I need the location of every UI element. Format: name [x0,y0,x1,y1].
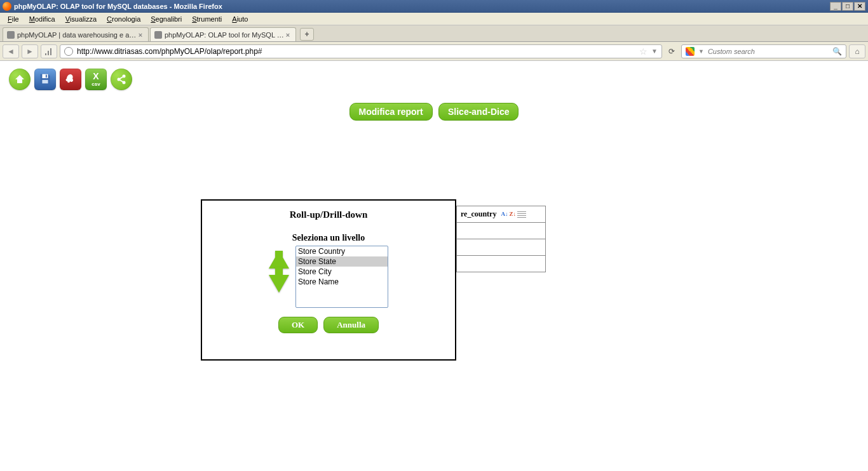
home-button[interactable]: ⌂ [849,44,865,58]
save-icon[interactable] [34,69,56,90]
menu-edit[interactable]: Modifica [24,15,60,23]
column-header[interactable]: re_country A↓ Z↓ [457,206,546,223]
address-bar[interactable]: ☆ ▼ [60,44,662,58]
svg-line-10 [120,80,123,82]
dialog-subtitle: Seleziona un livello [215,233,442,243]
url-input[interactable] [77,47,635,56]
svg-line-9 [120,77,123,79]
svg-rect-1 [48,51,49,55]
tab-favicon [7,31,15,39]
search-icon[interactable]: 🔍 [832,47,842,56]
svg-rect-0 [45,53,46,55]
sort-options-icon[interactable] [517,211,526,218]
svg-rect-2 [50,48,51,55]
browser-tab[interactable]: phpMyOLAP: OLAP tool for MySQL datab... … [150,27,296,41]
export-excel-icon[interactable]: Xcsv [85,69,107,90]
rollup-arrow-icon[interactable] [269,251,289,269]
export-pdf-icon[interactable] [60,69,81,90]
bookmark-star-icon[interactable]: ☆ [639,46,648,56]
svg-rect-3 [42,74,48,78]
site-identity-icon[interactable] [64,47,73,56]
window-maximize-button[interactable]: □ [842,2,853,11]
level-option[interactable]: Store City [296,267,388,277]
dialog-title: Roll-up/Drill-down [215,209,442,220]
modify-report-button[interactable]: Modifica report [349,103,433,121]
forward-button[interactable]: ► [22,44,38,58]
new-tab-button[interactable]: + [300,28,314,41]
menu-tools[interactable]: Strumenti [187,15,227,23]
menu-history[interactable]: Cronologia [102,15,146,23]
svg-rect-4 [46,75,47,78]
table-cell [457,223,546,239]
menu-file[interactable]: File [3,15,24,23]
sidebar-button[interactable] [41,44,57,58]
table-cell [457,256,546,272]
tab-close-button[interactable]: × [284,31,292,39]
firefox-icon [3,2,11,11]
window-title: phpMyOLAP: OLAP tool for MySQL databases… [14,3,222,10]
export-toolbar: Xcsv [9,69,862,90]
home-icon[interactable] [9,69,31,90]
level-option[interactable]: Store Name [296,277,388,287]
report-table: re_country A↓ Z↓ [456,206,546,272]
tab-close-button[interactable]: × [137,31,144,39]
level-select[interactable]: Store Country Store State Store City Sto… [295,246,388,308]
rollup-drilldown-dialog: Roll-up/Drill-down Seleziona un livello … [201,199,456,361]
browser-tab[interactable]: phpMyOLAP | data warehousing e analisi .… [3,27,149,41]
drilldown-arrow-icon[interactable] [269,275,289,293]
tab-favicon [154,31,162,39]
tab-label: phpMyOLAP: OLAP tool for MySQL datab... [165,31,284,39]
share-icon[interactable] [111,69,132,90]
svg-rect-5 [42,80,48,84]
page-content: Xcsv Modifica report Slice-and-Dice re_c… [0,61,868,124]
menu-bookmarks[interactable]: Segnalibri [146,15,187,23]
ok-button[interactable]: OK [278,317,318,333]
slice-and-dice-button[interactable]: Slice-and-Dice [438,103,519,121]
menu-view[interactable]: Visualizza [60,15,102,23]
browser-menubar: File Modifica Visualizza Cronologia Segn… [0,13,868,25]
browser-tabstrip: phpMyOLAP | data warehousing e analisi .… [0,25,868,42]
menu-help[interactable]: Aiuto [227,15,253,23]
url-dropdown-icon[interactable]: ▼ [651,48,658,55]
level-option[interactable]: Store Country [296,246,388,256]
search-input[interactable] [708,48,829,55]
level-option[interactable]: Store State [296,256,388,267]
window-titlebar: phpMyOLAP: OLAP tool for MySQL databases… [0,0,868,13]
window-minimize-button[interactable]: _ [830,2,841,11]
search-engine-icon[interactable] [686,47,695,56]
browser-navbar: ◄ ► ☆ ▼ ⟳ ▼ 🔍 ⌂ [0,42,868,61]
tab-label: phpMyOLAP | data warehousing e analisi .… [17,31,137,39]
cancel-button[interactable]: Annulla [323,317,379,333]
back-button[interactable]: ◄ [3,44,19,58]
search-engine-dropdown-icon[interactable]: ▼ [698,48,704,55]
search-box[interactable]: ▼ 🔍 [681,44,846,58]
window-close-button[interactable]: ✕ [854,2,865,11]
sort-asc-icon[interactable]: A↓ [501,211,508,218]
table-cell [457,239,546,256]
reload-button[interactable]: ⟳ [665,47,679,56]
report-actions: Modifica report Slice-and-Dice [6,103,862,121]
sort-desc-icon[interactable]: Z↓ [509,211,516,218]
